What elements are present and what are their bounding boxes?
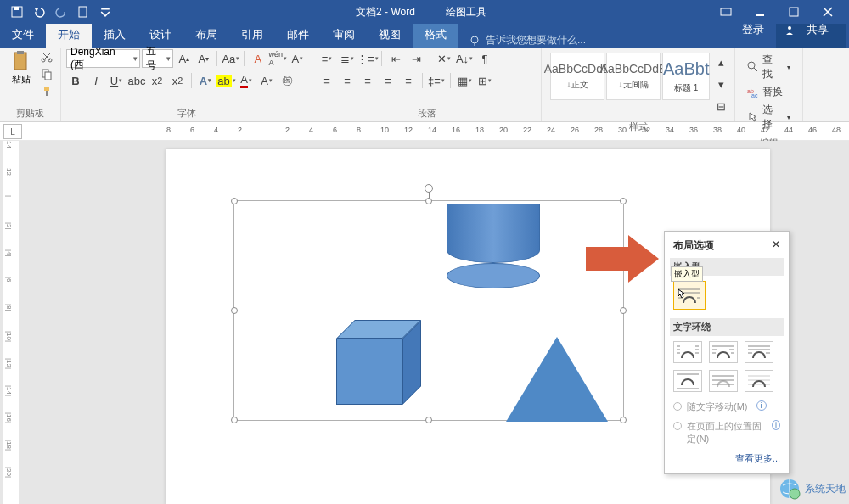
resize-handle-tr[interactable] — [620, 198, 627, 204]
text-effects-button[interactable]: A — [196, 71, 215, 90]
resize-handle-tl[interactable] — [231, 198, 238, 204]
popup-close-button[interactable]: ✕ — [772, 238, 780, 253]
rotate-handle[interactable] — [424, 184, 433, 193]
resize-handle-l[interactable] — [231, 307, 238, 314]
line-spacing-button[interactable]: ‡≡ — [427, 71, 446, 90]
tab-layout[interactable]: 布局 — [183, 22, 229, 48]
see-more-link[interactable]: 查看更多... — [670, 449, 784, 468]
tab-home[interactable]: 开始 — [46, 22, 92, 48]
resize-handle-t[interactable] — [425, 198, 432, 204]
cut-button[interactable] — [38, 49, 55, 64]
wrap-tight-button[interactable] — [709, 341, 738, 363]
copy-button[interactable] — [38, 66, 55, 81]
tab-selector[interactable]: L — [3, 124, 22, 139]
font-size-combo[interactable]: 五号 — [142, 49, 173, 68]
vertical-ruler[interactable]: 1412||2||4||6||8||10||12||14||16||18||20… — [3, 141, 19, 504]
text-direction-button[interactable]: ✕ — [435, 49, 453, 68]
style-heading1[interactable]: AaBbt 标题 1 — [662, 53, 710, 100]
info-icon[interactable]: i — [772, 420, 780, 430]
decrease-indent-button[interactable]: ⇤ — [386, 49, 405, 68]
tab-review[interactable]: 审阅 — [321, 22, 367, 48]
show-marks-button[interactable]: ¶ — [475, 49, 494, 68]
tab-file[interactable]: 文件 — [0, 22, 46, 48]
change-case-button[interactable]: Aa — [222, 49, 239, 68]
align-left-button[interactable]: ≡ — [318, 71, 336, 90]
tab-view[interactable]: 视图 — [367, 22, 413, 48]
cylinder-shape[interactable] — [447, 216, 540, 301]
style-no-spacing[interactable]: AaBbCcDdE ↓无间隔 — [606, 53, 661, 100]
callout-arrow — [586, 238, 662, 280]
cube-shape[interactable] — [336, 320, 421, 405]
person-icon — [784, 25, 795, 35]
subscript-button[interactable]: x2 — [148, 71, 166, 90]
format-painter-button[interactable] — [38, 83, 55, 98]
justify-button[interactable]: ≡ — [379, 71, 397, 90]
find-button[interactable]: 查找▾ — [747, 53, 790, 81]
tab-format[interactable]: 格式 — [413, 22, 458, 48]
styles-down[interactable]: ▾ — [711, 75, 730, 93]
undo-button[interactable] — [29, 2, 49, 22]
italic-button[interactable]: I — [87, 71, 105, 90]
increase-indent-button[interactable]: ⇥ — [407, 49, 425, 68]
redo-button[interactable] — [51, 2, 71, 22]
multilevel-button[interactable]: ⋮≡ — [358, 49, 377, 68]
styles-up[interactable]: ▴ — [711, 53, 730, 71]
resize-handle-br[interactable] — [620, 417, 627, 423]
layout-options-popup: 布局选项 ✕ 嵌入型 嵌入型 文字环绕 随文字移动(M)i 在页面上的位置固定(… — [664, 231, 790, 474]
underline-button[interactable]: U — [107, 71, 126, 90]
save-button[interactable] — [7, 2, 27, 22]
wrap-inline-button[interactable]: 嵌入型 — [673, 281, 706, 310]
ribbon-display-button[interactable] — [713, 0, 739, 24]
style-normal[interactable]: AaBbCcDdE ↓正文 — [550, 53, 604, 100]
borders-button[interactable]: ⊞ — [475, 71, 494, 90]
qat-dropdown[interactable] — [95, 2, 115, 22]
wrap-through-button[interactable] — [745, 341, 773, 363]
wrap-behind-button[interactable] — [709, 370, 738, 392]
numbering-button[interactable]: ≣ — [338, 49, 357, 68]
resize-handle-r[interactable] — [620, 307, 627, 314]
shape-selection-box[interactable] — [233, 200, 624, 421]
superscript-button[interactable]: x2 — [168, 71, 187, 90]
info-icon[interactable]: i — [756, 400, 767, 411]
char-shading-button[interactable]: A — [257, 71, 276, 90]
wrap-front-button[interactable] — [745, 370, 773, 392]
tell-me-search[interactable]: 告诉我您想要做什么... — [469, 33, 586, 48]
wrap-topbottom-button[interactable] — [673, 370, 702, 392]
grow-font-button[interactable]: A▴ — [175, 49, 193, 68]
radio-fix-position[interactable]: 在页面上的位置固定(N)i — [670, 417, 784, 449]
align-center-button[interactable]: ≡ — [338, 71, 357, 90]
new-doc-button[interactable] — [73, 2, 93, 22]
close-button[interactable] — [815, 0, 841, 24]
bullets-button[interactable]: ≡ — [318, 49, 336, 68]
shrink-font-button[interactable]: A▾ — [194, 49, 212, 68]
tab-references[interactable]: 引用 — [229, 22, 275, 48]
lightbulb-icon — [469, 35, 481, 47]
phonetic-guide-button[interactable]: wénA — [268, 49, 287, 68]
align-right-button[interactable]: ≡ — [358, 71, 377, 90]
char-border-button[interactable]: A — [289, 49, 306, 68]
shading-button[interactable]: ▦ — [455, 71, 474, 90]
font-color-button[interactable]: A — [237, 71, 256, 90]
wrap-square-button[interactable] — [673, 341, 702, 363]
resize-handle-bl[interactable] — [231, 417, 238, 423]
clear-format-button[interactable]: A — [249, 49, 267, 68]
svg-line-18 — [754, 68, 757, 71]
highlight-button[interactable]: ab — [216, 71, 235, 90]
distribute-button[interactable]: ≡ — [399, 71, 418, 90]
tab-mailings[interactable]: 邮件 — [275, 22, 321, 48]
font-name-combo[interactable]: DengXian (西 — [66, 49, 140, 68]
minimize-button[interactable] — [747, 0, 773, 24]
replace-button[interactable]: abac 替换 — [747, 85, 790, 99]
bold-button[interactable]: B — [66, 71, 85, 90]
maximize-button[interactable] — [781, 0, 807, 24]
triangle-shape[interactable] — [506, 337, 608, 422]
radio-move-with-text[interactable]: 随文字移动(M)i — [670, 397, 784, 417]
search-icon — [747, 61, 759, 73]
tab-insert[interactable]: 插入 — [92, 22, 138, 48]
sort-button[interactable]: A↓ — [455, 49, 474, 68]
paste-button[interactable]: 粘贴 — [5, 49, 37, 86]
strike-button[interactable]: abc — [127, 71, 146, 90]
resize-handle-b[interactable] — [425, 417, 432, 423]
styles-more[interactable]: ⊟ — [711, 97, 730, 115]
enclose-char-button[interactable]: ㊩ — [278, 71, 296, 90]
